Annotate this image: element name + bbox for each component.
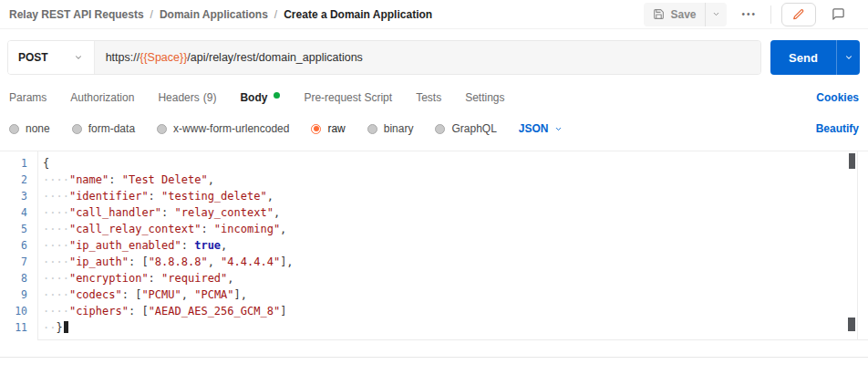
method-select[interactable]: POST (8, 41, 95, 74)
code-token: , (227, 272, 233, 285)
breadcrumb-folder[interactable]: Domain Applications (160, 8, 268, 21)
send-options-button[interactable] (836, 40, 860, 75)
header-actions: Save ••• (644, 3, 850, 26)
code-token: , (208, 173, 214, 186)
code-line[interactable]: ····"codecs": ["PCMU", "PCMA"], (43, 286, 844, 303)
radio-label: none (26, 122, 50, 135)
tab-authorization[interactable]: Authorization (70, 91, 134, 104)
more-options-button[interactable]: ••• (738, 3, 760, 26)
code-line[interactable]: ····"encryption": "required", (43, 270, 844, 286)
radio-icon (157, 124, 167, 134)
code-token: "call_handler" (69, 206, 161, 219)
chevron-down-icon (74, 53, 83, 62)
horizontal-scrollbar-thumb[interactable] (848, 318, 855, 331)
code-token: "relay_context" (175, 206, 274, 219)
code-token: ···· (43, 223, 69, 235)
tab-headers[interactable]: Headers(9) (158, 91, 216, 104)
tab-pre-request-script[interactable]: Pre-request Script (304, 91, 392, 104)
code-token: "PCMU" (141, 288, 181, 301)
tab-params[interactable]: Params (9, 91, 46, 104)
code-token: ···· (43, 305, 69, 318)
radio-label: binary (384, 122, 414, 135)
code-line[interactable]: ··} (43, 319, 844, 336)
save-button-group: Save (644, 3, 727, 26)
code-token: "AEAD_AES_256_GCM_8" (149, 305, 281, 318)
radio-label: GraphQL (451, 122, 496, 135)
code-token: { (43, 157, 49, 170)
code-token: : (201, 223, 213, 235)
tab-settings[interactable]: Settings (465, 91, 504, 104)
code-token: ·· (43, 321, 56, 334)
send-button-label: Send (789, 51, 818, 65)
raw-format-select[interactable]: JSON (519, 122, 563, 135)
code-token: : [ (129, 255, 149, 268)
line-number: 10 (0, 303, 36, 319)
code-token: , (221, 239, 227, 252)
vertical-scrollbar-thumb[interactable] (849, 153, 855, 169)
breadcrumb-request-name[interactable]: Create a Domain Application (284, 8, 432, 21)
body-content-dot (274, 92, 280, 99)
radio-label: raw (327, 122, 345, 135)
code-token: : (108, 173, 121, 186)
breadcrumb-collection[interactable]: Relay REST API Requests (9, 8, 144, 21)
body-type-binary[interactable]: binary (367, 122, 414, 135)
code-line[interactable]: ····"ip_auth_enabled": true, (43, 237, 844, 254)
body-type-graphql[interactable]: GraphQL (435, 122, 496, 135)
save-button-label: Save (670, 8, 696, 21)
body-type-raw[interactable]: raw (311, 122, 345, 135)
body-type-none[interactable]: none (9, 122, 50, 135)
body-editor[interactable]: 1234567891011 {····"name": "Test Delete"… (0, 151, 868, 358)
radio-icon (9, 124, 19, 134)
save-options-button[interactable] (706, 3, 727, 26)
body-type-row: none form-data x-www-form-urlencoded raw… (9, 115, 859, 142)
code-token: ] (280, 305, 286, 318)
code-line[interactable]: ····"identifier": "testing_delete", (43, 188, 844, 204)
postman-request-page: Relay REST API Requests / Domain Applica… (0, 0, 868, 375)
send-button[interactable]: Send (770, 40, 836, 75)
body-type-x-www-form-urlencoded[interactable]: x-www-form-urlencoded (157, 122, 289, 135)
code-token: true (194, 239, 221, 252)
line-number: 9 (0, 286, 36, 303)
request-url-row: POST https://{{Space}}/api/relay/rest/do… (7, 40, 860, 75)
scrollbar-track (857, 151, 858, 339)
comments-button[interactable] (826, 3, 850, 26)
beautify-link[interactable]: Beautify (816, 122, 859, 135)
text-caret (64, 321, 68, 333)
chevron-down-icon (712, 10, 720, 18)
code-token: ···· (43, 272, 69, 285)
code-token: "identifier" (69, 190, 149, 203)
url-environment-variable: {{Space}} (140, 51, 187, 64)
code-line[interactable]: ····"ciphers": ["AEAD_AES_256_GCM_8"] (43, 303, 844, 319)
save-button[interactable]: Save (644, 3, 705, 26)
code-line[interactable]: { (43, 155, 844, 172)
code-token: : (149, 190, 161, 203)
edit-button[interactable] (781, 3, 816, 26)
code-line[interactable]: ····"call_handler": "relay_context", (43, 204, 844, 221)
body-type-form-data[interactable]: form-data (72, 122, 135, 135)
tab-label: Headers (158, 91, 199, 104)
url-input[interactable]: https://{{Space}}/api/relay/rest/domain_… (95, 41, 760, 74)
code-token: "testing_delete" (161, 190, 267, 203)
code-token: "codecs" (69, 288, 122, 301)
tab-body[interactable]: Body (240, 91, 280, 104)
url-prefix: https:// (106, 51, 140, 64)
editor-code[interactable]: {····"name": "Test Delete",····"identifi… (43, 155, 844, 336)
code-line[interactable]: ····"call_relay_context": "incoming", (43, 221, 844, 237)
line-number: 7 (0, 254, 36, 270)
request-tabs: Params Authorization Headers(9) Body Pre… (9, 84, 859, 111)
code-token: "ip_auth_enabled" (69, 239, 181, 252)
code-token: : [ (122, 288, 142, 301)
tab-label: Authorization (70, 91, 134, 104)
breadcrumb-separator: / (274, 8, 277, 21)
radio-icon (367, 124, 377, 134)
tab-tests[interactable]: Tests (416, 91, 441, 104)
code-line[interactable]: ····"ip_auth": ["8.8.8.8", "4.4.4.4"], (43, 254, 844, 270)
code-token: ···· (43, 206, 69, 219)
code-token: ], (234, 288, 247, 301)
line-number: 3 (0, 188, 36, 204)
tab-label: Pre-request Script (304, 91, 392, 104)
cookies-link[interactable]: Cookies (816, 91, 859, 104)
code-token: ···· (43, 239, 69, 252)
code-line[interactable]: ····"name": "Test Delete", (43, 172, 844, 188)
code-token: , (280, 223, 286, 235)
